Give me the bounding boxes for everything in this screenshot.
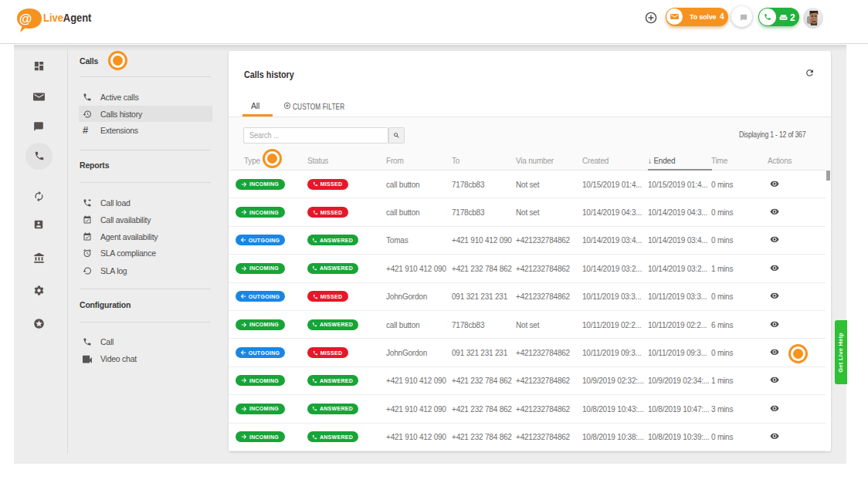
svg-text:@: @ — [19, 12, 32, 26]
